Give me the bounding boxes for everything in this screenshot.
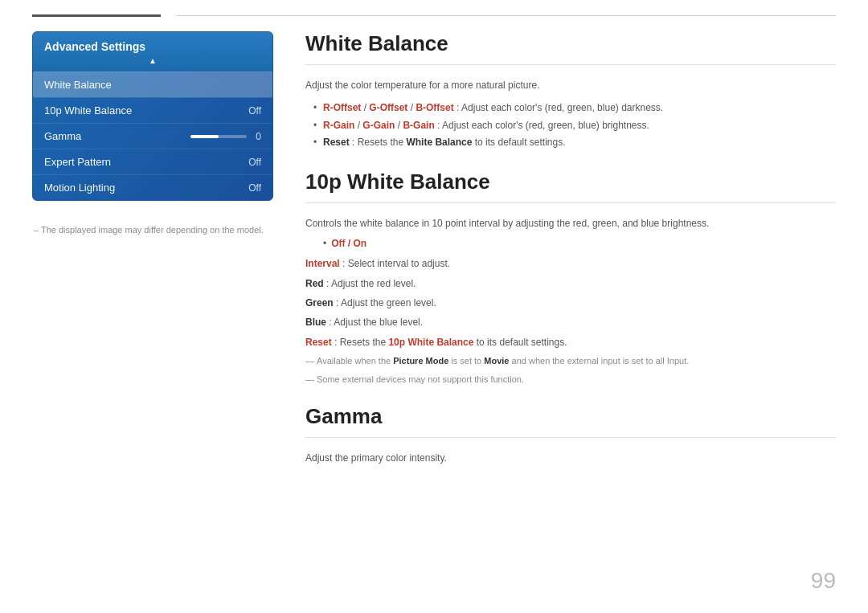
section-white-balance: White Balance Adjust the color temperatu… (305, 31, 836, 152)
b-offset-label: B-Offset (416, 102, 453, 113)
gamma-slider-fill (190, 135, 219, 138)
bullet-reset-wb: Reset : Resets the White Balance to its … (313, 134, 836, 152)
10p-wb-ref: 10p White Balance (388, 337, 473, 348)
bullet-rgain: R-Gain / G-Gain / B-Gain : Adjust each c… (313, 117, 836, 135)
g-offset-label: G-Offset (369, 102, 407, 113)
top-bar (0, 0, 868, 17)
top-bar-long-line (177, 15, 836, 16)
r-offset-label: R-Offset (323, 102, 361, 113)
10p-desc: Controls the white balance in 10 point i… (305, 216, 836, 231)
gamma-divider (305, 437, 836, 438)
field-blue: Blue : Adjust the blue level. (305, 314, 836, 330)
field-reset-10p: Reset : Resets the 10p White Balance to … (305, 334, 836, 350)
advanced-settings-box: Advanced Settings ▲ White Balance 10p Wh… (32, 31, 273, 201)
menu-item-gamma[interactable]: Gamma 0 (33, 123, 272, 149)
bullet-roffset: R-Offset / G-Offset / B-Offset : Adjust … (313, 100, 836, 117)
white-balance-ref: White Balance (406, 137, 472, 148)
menu-item-10p-white-balance[interactable]: 10p White Balance Off (33, 97, 272, 123)
top-bar-short-line (32, 14, 161, 17)
gamma-desc: Adjust the primary color intensity. (305, 451, 836, 466)
g-gain-label: G-Gain (362, 120, 395, 131)
main-layout: Advanced Settings ▲ White Balance 10p Wh… (0, 31, 868, 475)
field-interval: Interval : Select interval to adjust. (305, 255, 836, 272)
menu-item-label-gamma: Gamma (44, 130, 81, 142)
menu-item-label-expert: Expert Pattern (44, 156, 111, 168)
white-balance-title: White Balance (305, 31, 836, 56)
green-label: Green (305, 297, 334, 309)
advanced-settings-header: Advanced Settings ▲ (33, 32, 272, 72)
chevron-up-icon: ▲ (44, 56, 261, 65)
right-panel: White Balance Adjust the color temperatu… (305, 31, 836, 475)
10p-divider (305, 202, 836, 203)
menu-item-value-motion: Off (248, 182, 261, 194)
menu-item-label-white-balance: White Balance (44, 79, 112, 91)
field-green: Green : Adjust the green level. (305, 295, 836, 311)
gamma-title: Gamma (305, 404, 836, 429)
page-number: 99 (811, 568, 836, 594)
white-balance-bullets: R-Offset / G-Offset / B-Offset : Adjust … (305, 100, 836, 152)
reset-10p-label: Reset (305, 337, 332, 348)
reset-wb-label: Reset (323, 137, 350, 148)
section-10p-white-balance: 10p White Balance Controls the white bal… (305, 170, 836, 387)
picture-mode-bold: Picture Mode (393, 356, 448, 366)
menu-item-white-balance[interactable]: White Balance (33, 72, 272, 97)
red-label: Red (305, 278, 324, 289)
menu-item-motion-lighting[interactable]: Motion Lighting Off (33, 174, 272, 200)
menu-item-expert-pattern[interactable]: Expert Pattern Off (33, 149, 272, 174)
r-gain-label: R-Gain (323, 120, 354, 131)
field-red: Red : Adjust the red level. (305, 276, 836, 292)
footnote: – The displayed image may differ dependi… (32, 225, 273, 235)
gamma-slider-container: 0 (190, 131, 261, 142)
off-on-label: Off / On (331, 238, 366, 249)
note-external-devices: Some external devices may not support th… (305, 372, 836, 387)
white-balance-divider (305, 64, 836, 65)
gamma-value: 0 (252, 131, 261, 142)
gamma-slider[interactable] (190, 135, 247, 138)
menu-item-value-expert: Off (248, 157, 261, 168)
movie-bold: Movie (484, 356, 509, 366)
10p-white-balance-title: 10p White Balance (305, 170, 836, 194)
10p-inline-bullet: Off / On (323, 238, 836, 249)
white-balance-desc: Adjust the color temperature for a more … (305, 78, 836, 93)
menu-item-value-10p: Off (248, 105, 261, 116)
b-gain-label: B-Gain (403, 120, 434, 131)
interval-label: Interval (305, 258, 340, 269)
note-picture-mode: Available when the Picture Mode is set t… (305, 353, 836, 369)
blue-label: Blue (305, 317, 326, 328)
menu-item-label-10p: 10p White Balance (44, 104, 132, 116)
advanced-settings-title: Advanced Settings (44, 40, 145, 53)
left-panel: Advanced Settings ▲ White Balance 10p Wh… (32, 31, 273, 475)
menu-item-label-motion: Motion Lighting (44, 182, 115, 194)
section-gamma: Gamma Adjust the primary color intensity… (305, 404, 836, 466)
